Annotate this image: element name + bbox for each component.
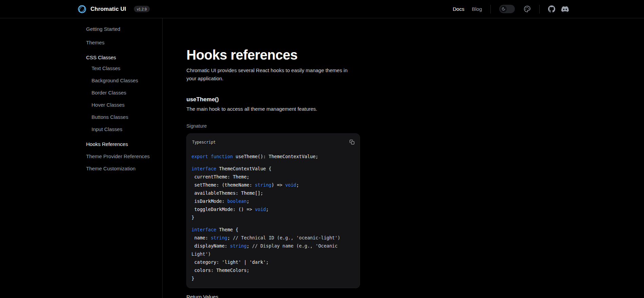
header-nav: DocsBlog — [445, 5, 569, 14]
copy-icon — [349, 140, 355, 145]
code-line: setTheme: (themeName: string) => void; — [192, 181, 354, 189]
sidebar-group-1: Getting StartedThemes — [86, 26, 162, 46]
sidebar-item-theme-provider-references[interactable]: Theme Provider References — [86, 153, 162, 160]
code-chunk-1: export function useTheme(): ThemeContext… — [192, 152, 354, 161]
sidebar-item-buttons-classes[interactable]: Buttons Classes — [86, 114, 162, 121]
header-divider-1 — [490, 5, 491, 14]
code-line: category: 'light' | 'dark'; — [192, 258, 354, 266]
sidebar-item-input-classes[interactable]: Input Classes — [86, 126, 162, 133]
code-line: isDarkMode: boolean; — [192, 197, 354, 205]
top-header: Chromatic UI v1.2.9 DocsBlog — [0, 0, 644, 18]
sidebar-item-themes[interactable]: Themes — [86, 39, 162, 46]
page-intro: Chromatic UI provides several React hook… — [186, 66, 357, 83]
section-description: The main hook to access all theme manage… — [186, 105, 644, 113]
moon-icon — [500, 6, 507, 12]
code-line: interface Theme { — [192, 226, 354, 234]
sidebar-item-text-classes[interactable]: Text Classes — [86, 65, 162, 72]
brand[interactable]: Chromatic UI v1.2.9 — [77, 4, 150, 14]
theme-palette-button[interactable] — [524, 5, 531, 13]
github-link[interactable] — [548, 5, 555, 13]
discord-icon — [561, 5, 569, 13]
sidebar-group-3: Hooks ReferencesTheme Provider Reference… — [86, 141, 162, 172]
sidebar-section-title-css-classes: CSS Classes — [86, 54, 162, 61]
sidebar-item-border-classes[interactable]: Border Classes — [86, 89, 162, 96]
return-values-label: Return Values — [186, 294, 644, 298]
signature-label: Signature — [186, 123, 644, 129]
main-content: Hooks references Chromatic UI provides s… — [163, 18, 644, 298]
version-badge: v1.2.9 — [134, 6, 150, 13]
code-line: currentTheme: Theme; — [192, 173, 354, 181]
code-line: export function useTheme(): ThemeContext… — [192, 152, 354, 161]
discord-link[interactable] — [561, 5, 569, 13]
nav-link-blog[interactable]: Blog — [472, 6, 482, 12]
nav-link-docs[interactable]: Docs — [453, 6, 464, 12]
sidebar-item-theme-customization[interactable]: Theme Customization — [86, 165, 162, 172]
palette-icon — [524, 5, 531, 13]
code-chunk-3: interface Theme { name: string; // Techn… — [192, 226, 354, 282]
github-icon — [548, 5, 555, 13]
copy-code-button[interactable] — [349, 140, 355, 145]
page-title: Hooks references — [186, 47, 644, 63]
chromatic-logo-icon — [77, 4, 87, 14]
sidebar-item-hooks-references[interactable]: Hooks References — [86, 141, 162, 148]
code-chunk-2: interface ThemeContextValue { currentThe… — [192, 165, 354, 221]
code-line: interface ThemeContextValue { — [192, 165, 354, 173]
header-links: DocsBlog — [445, 6, 482, 12]
sidebar-item-getting-started[interactable]: Getting Started — [86, 26, 162, 33]
code-content: export function useTheme(): ThemeContext… — [187, 145, 360, 288]
header-divider-2 — [539, 5, 540, 14]
page-layout: Getting StartedThemesCSS ClassesText Cla… — [0, 18, 644, 298]
brand-title: Chromatic UI — [90, 6, 126, 12]
code-line: } — [192, 213, 354, 221]
sidebar: Getting StartedThemesCSS ClassesText Cla… — [0, 18, 163, 298]
code-line: availableThemes: Theme[]; — [192, 189, 354, 197]
dark-mode-toggle[interactable] — [499, 5, 515, 13]
section-heading-usetheme: useTheme() — [186, 95, 644, 104]
code-language-label: Typescript — [192, 140, 216, 145]
code-line: colors: ThemeColors; — [192, 266, 354, 274]
sidebar-group-2: CSS ClassesText ClassesBackground Classe… — [86, 54, 162, 133]
sidebar-item-background-classes[interactable]: Background Classes — [86, 77, 162, 84]
code-line: } — [192, 274, 354, 282]
code-line: name: string; // Technical ID (e.g., 'oc… — [192, 234, 354, 242]
sidebar-item-hover-classes[interactable]: Hover Classes — [86, 102, 162, 108]
code-block-header: Typescript — [187, 134, 360, 145]
code-line: displayName: string; // Display name (e.… — [192, 242, 354, 258]
code-line: toggleDarkMode: () => void; — [192, 205, 354, 213]
code-block: Typescript export function useTheme(): T… — [186, 133, 360, 288]
